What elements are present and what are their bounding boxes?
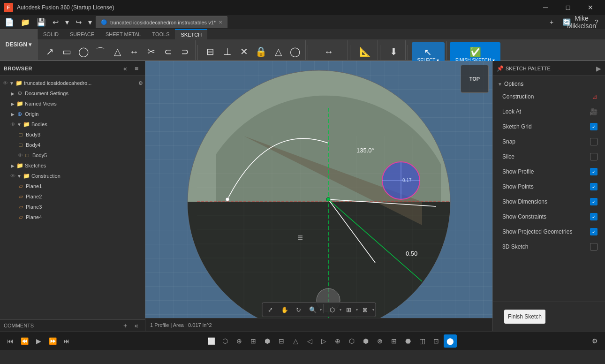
- palette-pin-icon[interactable]: 📌: [497, 65, 504, 72]
- options-section-header[interactable]: ▼ Options: [493, 79, 605, 89]
- rectangle-tool[interactable]: ▭: [58, 41, 75, 62]
- new-tab-button[interactable]: +: [545, 15, 558, 29]
- timeline-btn3[interactable]: ⊕: [233, 334, 246, 348]
- tree-item-body4[interactable]: □ Body4: [15, 140, 145, 150]
- timeline-btn4[interactable]: ⊞: [247, 334, 260, 348]
- lock-tool[interactable]: 🔒: [252, 41, 270, 62]
- playback-play-btn[interactable]: ▶: [32, 334, 45, 348]
- show-constraints-checkbox[interactable]: ✓: [590, 213, 597, 220]
- tab-solid[interactable]: SOLID: [38, 29, 64, 39]
- palette-row-show-dimensions[interactable]: Show Dimensions ✓: [493, 194, 605, 209]
- tree-item-doc-settings[interactable]: ▶ ⚙ Document Settings: [8, 88, 145, 99]
- palette-row-show-points[interactable]: Show Points ✓: [493, 179, 605, 194]
- tree-chevron-origin[interactable]: ▶: [9, 111, 16, 117]
- timeline-btn5[interactable]: ⬢: [261, 334, 274, 348]
- tree-settings-icon[interactable]: ⚙: [138, 80, 143, 86]
- inspect-btn[interactable]: 📐: [356, 41, 374, 62]
- tree-chevron-sketches[interactable]: ▶: [9, 162, 16, 169]
- comments-collapse-btn[interactable]: «: [132, 321, 141, 330]
- close-button[interactable]: ✕: [580, 0, 601, 15]
- sidebar-collapse-btn[interactable]: «: [121, 64, 130, 73]
- palette-row-show-profile[interactable]: Show Profile ✓: [493, 164, 605, 179]
- help-button[interactable]: ?: [590, 15, 603, 29]
- viewport-dropdown[interactable]: ⊠ ▾: [359, 304, 374, 315]
- timeline-btn10[interactable]: ⊕: [331, 334, 344, 348]
- timeline-btn15[interactable]: ⬣: [401, 334, 415, 348]
- palette-finish-sketch-button[interactable]: Finish Sketch: [504, 310, 545, 324]
- timeline-move-btn[interactable]: ⬡: [219, 334, 232, 348]
- grid-dropdown[interactable]: ⊞ ▾: [342, 304, 358, 315]
- arc-tool[interactable]: ⌒: [92, 41, 109, 62]
- lookat-control[interactable]: 🎥: [590, 108, 597, 115]
- tree-item-bodies[interactable]: 👁 ▼ 📁 Bodies: [8, 119, 145, 129]
- maximize-button[interactable]: □: [557, 0, 579, 15]
- tree-eye-bodies[interactable]: 👁: [9, 121, 16, 128]
- open-file-button[interactable]: 📁: [18, 16, 33, 29]
- rotate-button[interactable]: ↻: [292, 304, 305, 315]
- polygon-tool[interactable]: △: [109, 41, 126, 62]
- timeline-btn18[interactable]: ⬤: [444, 334, 457, 348]
- snap-checkbox[interactable]: [590, 138, 597, 145]
- palette-row-sketch-grid[interactable]: Sketch Grid ✓: [493, 119, 605, 134]
- grid-button[interactable]: ⊞: [342, 304, 355, 315]
- palette-expand-icon[interactable]: ▶: [596, 65, 601, 72]
- redo-button[interactable]: ↪: [73, 16, 84, 29]
- timeline-select-btn[interactable]: ⬜: [204, 334, 218, 348]
- tree-chevron-doc[interactable]: ▶: [9, 90, 16, 97]
- tree-eye-construction[interactable]: 👁: [9, 173, 16, 179]
- tree-chevron-bodies[interactable]: ▼: [16, 121, 23, 128]
- tangent-tool[interactable]: ✕: [235, 41, 252, 62]
- circle-tool[interactable]: ◯: [75, 41, 92, 62]
- tree-item-plane2[interactable]: ▱ Plane2: [15, 191, 145, 202]
- construction-control[interactable]: ⊿: [592, 93, 597, 100]
- orbit-button[interactable]: ⤢: [264, 304, 277, 315]
- settings-button[interactable]: ⚙: [588, 334, 601, 348]
- tab-close-button[interactable]: ✕: [219, 20, 222, 25]
- sketch-grid-checkbox[interactable]: ✓: [590, 123, 597, 130]
- tree-item-body5[interactable]: 👁 □ Body5: [15, 150, 145, 160]
- show-dimensions-checkbox[interactable]: ✓: [590, 198, 597, 205]
- tree-item-named-views[interactable]: ▶ 📁 Named Views: [8, 99, 145, 109]
- tree-eye-body5[interactable]: 👁: [17, 152, 23, 159]
- save-button[interactable]: 💾: [34, 16, 49, 29]
- timeline-btn11[interactable]: ⬡: [345, 334, 358, 348]
- viewport[interactable]: 135.0° 0.50 0.17: [145, 61, 492, 331]
- tree-item-plane3[interactable]: ▱ Plane3: [15, 202, 145, 212]
- tree-chevron-construction[interactable]: ▼: [16, 173, 23, 179]
- 3d-sketch-checkbox[interactable]: [590, 243, 597, 250]
- timeline-btn7[interactable]: △: [289, 334, 302, 348]
- minimize-button[interactable]: ─: [535, 0, 556, 15]
- sketch-canvas[interactable]: 135.0° 0.50 0.17: [145, 61, 492, 331]
- zoom-button[interactable]: 🔍: [306, 304, 319, 315]
- playback-prev-btn[interactable]: ⏪: [18, 334, 31, 348]
- timeline-btn14[interactable]: ⊞: [387, 334, 401, 348]
- sidebar-menu-btn[interactable]: ≡: [132, 64, 141, 73]
- palette-row-lookat[interactable]: Look At 🎥: [493, 104, 605, 119]
- line-tool[interactable]: ↗: [41, 41, 58, 62]
- palette-row-3d-sketch[interactable]: 3D Sketch: [493, 239, 605, 254]
- undo-button[interactable]: ↩: [50, 16, 61, 29]
- inspect-tool[interactable]: ↔: [320, 41, 337, 62]
- tree-item-sketches[interactable]: ▶ 📁 Sketches: [8, 160, 145, 171]
- show-profile-checkbox[interactable]: ✓: [590, 168, 597, 175]
- playback-start-btn[interactable]: ⏮: [4, 334, 17, 348]
- redo-dropdown[interactable]: ▾: [85, 16, 95, 29]
- pan-button[interactable]: ✋: [278, 304, 291, 315]
- tree-chevron-named[interactable]: ▶: [9, 100, 16, 107]
- insert-btn[interactable]: ⬇: [385, 41, 402, 62]
- timeline-btn6[interactable]: ⊟: [275, 334, 288, 348]
- user-profile-button[interactable]: Mike Mikkelson: [575, 15, 588, 29]
- view-cube[interactable]: TOP: [461, 65, 489, 93]
- timeline-btn8[interactable]: ◁: [303, 334, 316, 348]
- tree-item-root[interactable]: 👁 ▼ 📁 truncated icosidodecahedro... ⚙: [0, 78, 145, 88]
- viewport-button[interactable]: ⊠: [359, 304, 372, 315]
- comments-expand-btn[interactable]: +: [121, 321, 130, 330]
- timeline-btn13[interactable]: ⊗: [373, 334, 386, 348]
- show-projected-checkbox[interactable]: ✓: [590, 228, 597, 235]
- display-dropdown[interactable]: ⬡ ▾: [326, 304, 341, 315]
- triangle-tool[interactable]: △: [270, 41, 287, 62]
- zoom-dropdown[interactable]: 🔍 ▾: [306, 304, 322, 315]
- palette-row-show-projected[interactable]: Show Projected Geometries ✓: [493, 224, 605, 239]
- palette-row-construction[interactable]: Construction ⊿: [493, 89, 605, 104]
- tree-item-body3[interactable]: □ Body3: [15, 129, 145, 140]
